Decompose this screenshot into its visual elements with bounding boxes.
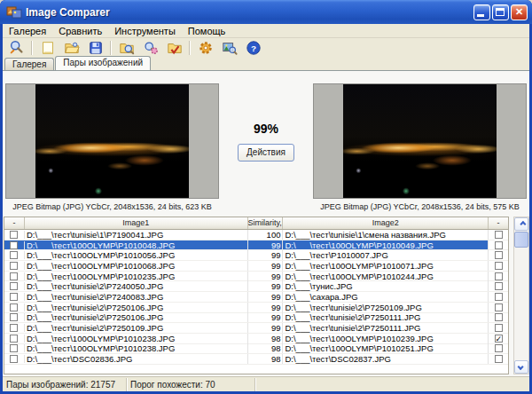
gear-icon (198, 40, 214, 56)
pair-checkbox-right[interactable] (495, 272, 503, 280)
pairs-table-body: D:\___\тест\tunisie\1\P7190041.JPG100D:\… (4, 230, 508, 365)
table-row[interactable]: D:\___\тест\tunisie\2\P7250106.JPG99D:\_… (4, 303, 508, 313)
table-row[interactable]: D:\___\тест\tunisie\1\P7190041.JPG100D:\… (4, 230, 508, 240)
table-row[interactable]: D:\___\тест\100OLYMP\P1010056.JPG99D:\__… (4, 250, 508, 261)
preview-image-button[interactable] (217, 39, 241, 56)
actions-button[interactable]: Действия (238, 144, 294, 162)
pair-checkbox-left[interactable] (10, 272, 18, 280)
header-image1[interactable]: Image1 (25, 217, 248, 229)
table-row[interactable]: D:\___\тест\100OLYMP\P1010068.JPG99D:\__… (4, 261, 508, 272)
pair-checkbox-right[interactable] (495, 293, 503, 301)
header-check-right[interactable]: - (489, 217, 508, 229)
menu-compare[interactable]: Сравнить (52, 26, 108, 36)
configure-search-button[interactable] (4, 39, 28, 56)
table-row[interactable]: D:\___\тест\tunisie\2\P7250106.JPG99D:\_… (4, 313, 508, 324)
pair-checkbox-right[interactable] (495, 262, 503, 270)
pair-checkbox-right[interactable] (495, 231, 503, 239)
save-gallery-button[interactable] (83, 39, 107, 56)
image2-path: D:\___\тест\DSC02837.JPG (283, 354, 489, 364)
pair-checkbox-left[interactable] (10, 251, 18, 259)
pair-checkbox-left[interactable] (10, 262, 18, 270)
close-button[interactable]: ✕ (511, 4, 528, 20)
pair-check-cell-right (489, 272, 508, 281)
pair-checkbox-right[interactable] (495, 355, 503, 363)
similarity-cell: 99 (248, 303, 284, 312)
pair-check-cell-left (4, 344, 25, 352)
status-empty (255, 378, 529, 391)
header-check-left[interactable]: - (4, 217, 25, 229)
image1-path: D:\___\тест\tunisie\2\P7240050.JPG (25, 281, 248, 291)
tab-image-pairs[interactable]: Пары изображений (55, 56, 151, 70)
table-row[interactable]: D:\___\тест\100OLYMP\P1010048.JPG99D:\__… (4, 240, 508, 251)
open-folder-icon (64, 40, 80, 56)
image2-path: D:\___\тест\tunisie\1\смена названия.JPG (283, 230, 489, 240)
tab-gallery[interactable]: Галерея (4, 58, 54, 70)
search-wizard-button[interactable] (138, 39, 162, 56)
similarity-cell: 99 (248, 292, 284, 302)
scroll-up-button[interactable] (514, 217, 528, 231)
pair-checkbox-left[interactable] (10, 335, 18, 343)
similarity-cell: 98 (248, 343, 284, 353)
find-duplicates-button[interactable] (114, 39, 138, 56)
table-row[interactable]: D:\___\тест\tunisie\2\P7250109.JPG99D:\_… (4, 323, 508, 334)
menu-tools[interactable]: Инструменты (108, 26, 182, 36)
pair-checkbox-left[interactable] (10, 324, 18, 332)
maximize-button[interactable] (492, 4, 509, 20)
image2-path: D:\___\тунис.JPG (283, 281, 489, 291)
pairs-table-header: - Image1 Similarity, % Image2 - (4, 217, 508, 230)
menu-gallery[interactable]: Галерея (3, 26, 52, 36)
pair-check-cell-right (489, 240, 508, 250)
pair-check-cell-right (489, 313, 508, 323)
left-image-panel (5, 83, 219, 199)
pair-checkbox-right[interactable] (495, 303, 503, 311)
table-row[interactable]: D:\___\тест\tunisie\2\P7240083.JPG99D:\_… (4, 292, 508, 303)
pair-checkbox-left[interactable] (10, 355, 18, 363)
table-row[interactable]: D:\___\тест\100OLYMP\P1010238.JPG98D:\__… (4, 344, 508, 355)
pair-check-cell-left (4, 324, 25, 332)
pair-checkbox-right[interactable] (495, 251, 503, 259)
pair-checkbox-right[interactable] (495, 313, 503, 321)
pair-checkbox-right[interactable] (495, 241, 503, 249)
pair-checkbox-right[interactable] (495, 324, 503, 332)
similarity-cell: 99 (248, 312, 284, 322)
pair-checkbox-right[interactable]: ✓ (495, 335, 503, 343)
help-button[interactable]: ? (241, 39, 265, 56)
pair-checkbox-left[interactable] (10, 231, 18, 239)
pair-checkbox-left[interactable] (10, 344, 18, 352)
scrollbar-thumb[interactable] (514, 232, 528, 248)
toolbar-separator (31, 41, 33, 55)
pair-checkbox-left[interactable] (10, 303, 18, 311)
pair-checkbox-right[interactable] (495, 344, 503, 352)
results-folder-button[interactable] (162, 39, 186, 56)
options-button[interactable] (193, 39, 217, 56)
title-bar[interactable]: Image Comparer ✕ (0, 0, 532, 24)
vertical-scrollbar[interactable] (513, 217, 529, 374)
pair-check-cell-right (489, 354, 508, 364)
minimize-button[interactable] (473, 4, 490, 20)
svg-text:?: ? (250, 43, 255, 52)
pair-checkbox-left[interactable] (10, 293, 18, 301)
image1-path: D:\___\тест\100OLYMP\P1010048.JPG (25, 240, 248, 250)
image1-path: D:\___\тест\100OLYMP\P1010068.JPG (25, 261, 248, 271)
pair-checkbox-left[interactable] (10, 282, 18, 290)
new-gallery-button[interactable] (35, 39, 59, 56)
scroll-down-button[interactable] (514, 360, 528, 374)
table-row[interactable]: D:\___\тест\tunisie\2\P7240050.JPG99D:\_… (4, 281, 508, 292)
toolbar: ? (3, 39, 529, 56)
header-similarity[interactable]: Similarity, % (248, 217, 284, 229)
magnifier-gear-icon (143, 40, 159, 56)
table-row[interactable]: D:\___\тест\DSC02836.JPG98D:\___\тест\DS… (4, 354, 508, 365)
similarity-cell: 98 (248, 334, 284, 343)
header-image2[interactable]: Image2 (283, 217, 489, 229)
image2-path: D:\___\тест\tunisie\2\P7250111.JPG (283, 323, 489, 333)
pair-check-cell-left (4, 282, 25, 290)
table-row[interactable]: D:\___\тест\100OLYMP\P1010238.JPG98D:\__… (4, 334, 508, 344)
open-gallery-button[interactable] (59, 39, 83, 56)
pair-checkbox-left[interactable] (10, 241, 18, 249)
pair-checkbox-right[interactable] (495, 282, 503, 290)
pair-checkbox-left[interactable] (10, 313, 18, 321)
image1-path: D:\___\тест\100OLYMP\P1010238.JPG (25, 334, 248, 343)
menu-help[interactable]: Помощь (182, 26, 232, 36)
table-row[interactable]: D:\___\тест\100OLYMP\P1010235.JPG99D:\__… (4, 272, 508, 282)
tab-bar: Галерея Пары изображений (3, 56, 529, 70)
